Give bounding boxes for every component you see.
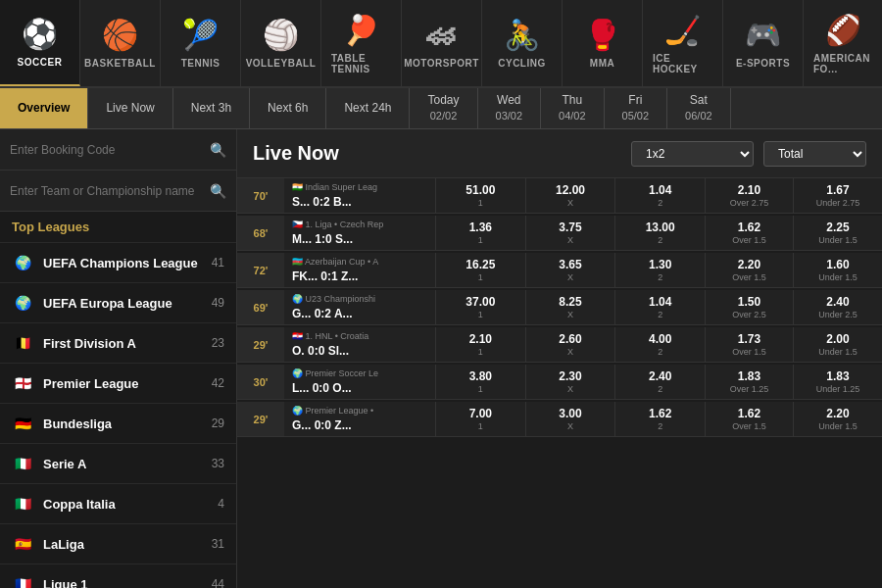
odds-x[interactable]: 8.25 X [526, 290, 616, 324]
odds-2[interactable]: 13.00 2 [615, 216, 706, 250]
tab-next-24h[interactable]: Next 24h [326, 88, 410, 128]
odds-1[interactable]: 51.00 1 [436, 178, 526, 213]
odds-group: 3.80 1 2.30 X 2.40 2 1.83 Over 1.25 1.83 [436, 365, 882, 399]
league-item[interactable]: 🇫🇷 Ligue 1 44 [0, 564, 236, 588]
tab-sat[interactable]: Sat06/02 [667, 88, 731, 128]
sidebar: 🔍 🔍 Top Leagues 🌍 UEFA Champions League … [0, 129, 237, 588]
odds-over[interactable]: 1.83 Over 1.25 [706, 365, 794, 399]
odds-x[interactable]: 12.00 X [526, 178, 616, 213]
odds-1[interactable]: 7.00 1 [436, 402, 526, 436]
odds-over-value: 2.10 [738, 183, 760, 197]
odds-1[interactable]: 16.25 1 [436, 253, 526, 287]
sport-item-american-football[interactable]: 🏈 AMERICAN FO... [804, 0, 882, 86]
booking-search-icon[interactable]: 🔍 [210, 142, 226, 158]
total-dropdown[interactable]: Total Over/Under [763, 141, 866, 167]
odds-x[interactable]: 3.00 X [526, 402, 616, 436]
sport-item-e-sports[interactable]: 🎮 E-SPORTS [723, 0, 804, 86]
tab-overview[interactable]: Overview [0, 88, 88, 128]
odds-2[interactable]: 1.30 2 [615, 253, 706, 287]
odds-under[interactable]: 1.67 Under 2.75 [794, 178, 882, 213]
league-name: Serie A [43, 457, 212, 471]
odds-1[interactable]: 37.00 1 [436, 290, 526, 324]
tab-thu[interactable]: Thu04/02 [541, 88, 605, 128]
match-row: 72' 🇦🇿 Azerbaijan Cup • A FK... 0:1 Z...… [237, 253, 882, 288]
odds-2-value: 1.04 [649, 295, 671, 309]
tab-live-now[interactable]: Live Now [88, 88, 172, 128]
odds-under[interactable]: 2.25 Under 1.5 [794, 216, 882, 250]
team-search-input[interactable] [10, 184, 210, 198]
odds-x-label: X [567, 384, 573, 394]
tab-wed[interactable]: Wed03/02 [478, 88, 542, 128]
odds-over[interactable]: 1.62 Over 1.5 [706, 402, 794, 436]
tab-label-overview: Overview [18, 101, 70, 117]
odds-under-label: Under 2.5 [818, 310, 858, 319]
odds-2[interactable]: 2.40 2 [615, 365, 706, 399]
odds-over[interactable]: 1.73 Over 1.5 [706, 327, 794, 362]
league-item[interactable]: 🏴󠁧󠁢󠁥󠁮󠁧󠁿 Premier League 42 [0, 364, 236, 404]
odds-x[interactable]: 2.60 X [526, 327, 616, 362]
sport-item-tennis[interactable]: 🎾 TENNIS [161, 0, 241, 86]
odds-2-value: 1.30 [649, 258, 671, 271]
sport-item-volleyball[interactable]: 🏐 VOLLEYBALL [241, 0, 321, 86]
odds-under[interactable]: 2.40 Under 2.5 [794, 290, 882, 324]
league-item[interactable]: 🇮🇹 Serie A 33 [0, 444, 236, 484]
sport-label-soccer: SOCCER [18, 57, 63, 68]
odds-under-label: Under 1.5 [818, 421, 858, 431]
team-search-icon[interactable]: 🔍 [210, 183, 226, 199]
league-item[interactable]: 🇮🇹 Coppa Italia 4 [0, 484, 236, 524]
tab-fri[interactable]: Fri05/02 [605, 88, 668, 128]
odds-1[interactable]: 1.36 1 [436, 216, 526, 250]
odds-2[interactable]: 1.04 2 [615, 290, 706, 324]
odds-type-dropdown[interactable]: 1x2 Asian Double Chance [631, 141, 754, 167]
sport-item-cycling[interactable]: 🚴 CYCLING [482, 0, 563, 86]
sport-item-soccer[interactable]: ⚽ SOCCER [0, 0, 80, 86]
odds-x-value: 12.00 [556, 183, 585, 197]
league-item[interactable]: 🇩🇪 Bundesliga 29 [0, 404, 236, 444]
league-flag-icon: 🇪🇸 [12, 533, 33, 555]
sport-item-mma[interactable]: 🥊 MMA [563, 0, 643, 86]
match-row: 68' 🇨🇿 1. Liga • Czech Rep M... 1:0 S...… [237, 216, 882, 251]
odds-1[interactable]: 2.10 1 [436, 327, 526, 362]
odds-under[interactable]: 1.60 Under 1.5 [794, 253, 882, 287]
odds-over[interactable]: 1.50 Over 2.5 [706, 290, 794, 324]
sport-item-ice-hockey[interactable]: 🏒 ICE HOCKEY [643, 0, 723, 86]
odds-x[interactable]: 3.75 X [526, 216, 616, 250]
tab-next-3h[interactable]: Next 3h [173, 88, 250, 128]
sport-item-basketball[interactable]: 🏀 BASKETBALL [80, 0, 161, 86]
odds-over[interactable]: 2.10 Over 2.75 [706, 178, 794, 213]
odds-x[interactable]: 3.65 X [526, 253, 616, 287]
league-item[interactable]: 🇪🇸 LaLiga 31 [0, 524, 236, 564]
team-search[interactable]: 🔍 [0, 171, 236, 212]
odds-x[interactable]: 2.30 X [526, 365, 616, 399]
booking-search[interactable]: 🔍 [0, 129, 236, 171]
odds-over[interactable]: 2.20 Over 1.5 [706, 253, 794, 287]
odds-under[interactable]: 1.83 Under 1.25 [794, 365, 882, 399]
league-item[interactable]: 🌍 UEFA Europa League 49 [0, 283, 236, 323]
content-title: Live Now [253, 142, 339, 165]
sport-item-motorsport[interactable]: 🏎 MOTORSPORT [402, 0, 482, 86]
odds-x-value: 2.60 [559, 332, 581, 346]
odds-2[interactable]: 1.04 2 [615, 178, 706, 213]
odds-x-value: 8.25 [559, 295, 581, 309]
league-item[interactable]: 🇧🇪 First Division A 23 [0, 323, 236, 364]
league-flag-icon: 🇫🇷 [12, 573, 33, 588]
sport-item-table-tennis[interactable]: 🏓 TABLE TENNIS [321, 0, 402, 86]
league-item[interactable]: 🌍 UEFA Champions League 41 [0, 243, 236, 283]
odds-2[interactable]: 4.00 2 [615, 327, 706, 362]
odds-over[interactable]: 1.62 Over 1.5 [706, 216, 794, 250]
league-flag-icon: 🇩🇪 [12, 413, 33, 434]
odds-over-label: Over 1.25 [730, 384, 769, 394]
odds-under[interactable]: 2.00 Under 1.5 [794, 327, 882, 362]
sport-label-e-sports: E-SPORTS [736, 58, 790, 69]
odds-1-value: 2.10 [469, 332, 492, 346]
sport-label-volleyball: VOLLEYBALL [246, 58, 317, 69]
booking-input[interactable] [10, 143, 210, 157]
odds-1[interactable]: 3.80 1 [436, 365, 526, 399]
tab-today[interactable]: Today02/02 [410, 88, 477, 128]
odds-under[interactable]: 2.20 Under 1.5 [794, 402, 882, 436]
odds-over-label: Over 2.75 [730, 198, 769, 208]
matches-list: 70' 🇮🇳 Indian Super Leag S... 0:2 B... 5… [237, 178, 882, 437]
tab-next-6h[interactable]: Next 6h [250, 88, 326, 128]
odds-2[interactable]: 1.62 2 [615, 402, 706, 436]
match-teams: M... 1:0 S... [292, 232, 427, 246]
